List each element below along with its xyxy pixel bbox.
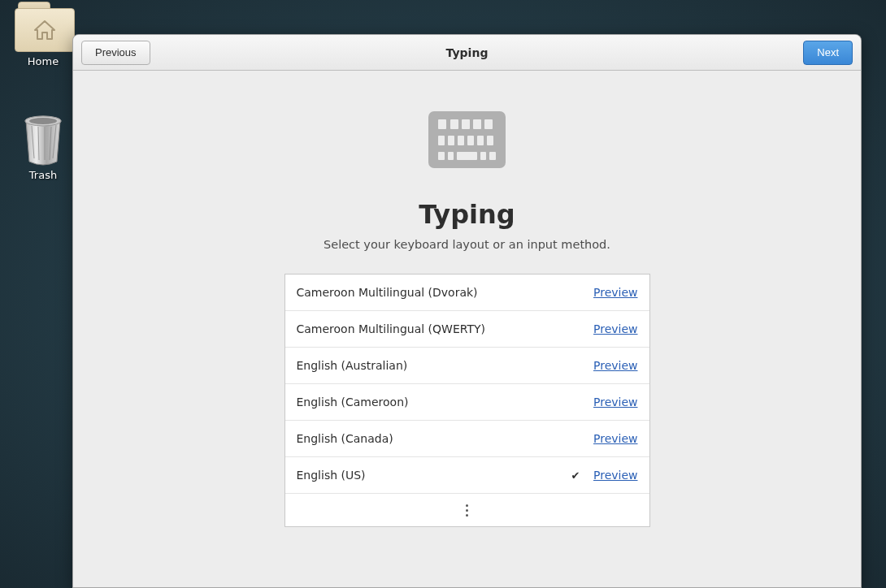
preview-link[interactable]: Preview [593,286,638,299]
initial-setup-window: Previous Typing Next Typing Select your … [72,34,862,588]
trash-icon [15,114,72,167]
layout-name: English (US) [297,469,570,482]
keyboard-layout-list: Cameroon Multilingual (Dvorak)PreviewCam… [284,274,650,527]
show-more-button[interactable] [285,494,649,526]
preview-link[interactable]: Preview [593,359,638,372]
next-button[interactable]: Next [803,41,853,65]
preview-link[interactable]: Preview [593,432,638,445]
previous-button[interactable]: Previous [81,41,150,65]
layout-name: Cameroon Multilingual (Dvorak) [297,286,570,299]
desktop-icon-trash[interactable]: Trash [7,114,80,181]
layout-row[interactable]: English (Cameroon)Preview [285,384,649,421]
titlebar: Previous Typing Next [73,35,861,71]
window-title: Typing [73,46,861,59]
preview-link[interactable]: Preview [593,396,638,409]
svg-point-7 [29,118,57,124]
keyboard-icon [428,111,506,168]
layout-row[interactable]: English (Australian)Preview [285,348,649,384]
home-folder-icon [15,0,72,54]
layout-name: English (Canada) [297,432,570,445]
desktop-icon-home[interactable]: Home [7,0,80,67]
layout-row[interactable]: Cameroon Multilingual (QWERTY)Preview [285,311,649,348]
checkmark-icon: ✔ [569,469,582,482]
layout-name: Cameroon Multilingual (QWERTY) [297,322,570,335]
layout-name: English (Australian) [297,359,570,372]
preview-link[interactable]: Preview [593,469,638,482]
page-subtitle: Select your keyboard layout or an input … [324,238,610,251]
layout-name: English (Cameroon) [297,396,570,409]
layout-row[interactable]: English (Canada)Preview [285,421,649,457]
layout-row[interactable]: Cameroon Multilingual (Dvorak)Preview [285,275,649,311]
more-icon [466,504,468,517]
preview-link[interactable]: Preview [593,322,638,335]
layout-row[interactable]: English (US)✔Preview [285,457,649,494]
desktop-icon-label: Home [28,55,59,67]
page-heading: Typing [419,199,515,230]
house-icon [33,19,57,41]
desktop-icon-label: Trash [29,169,57,181]
content-area: Typing Select your keyboard layout or an… [73,71,861,587]
